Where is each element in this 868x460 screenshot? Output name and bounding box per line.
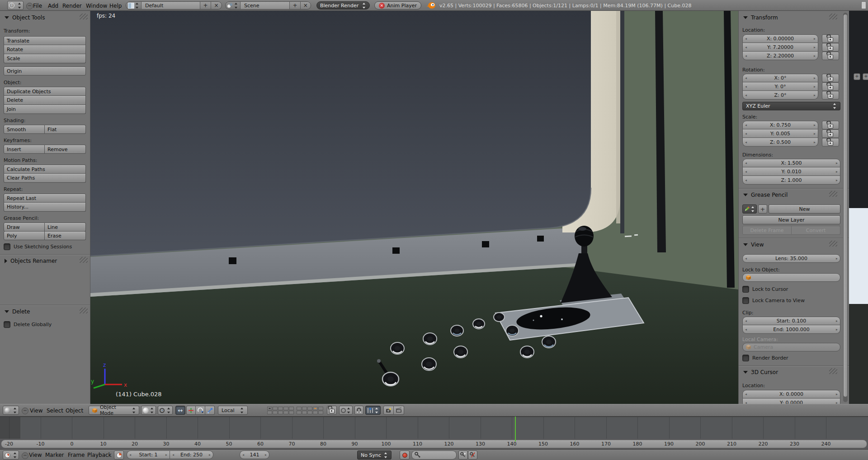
location-z-lock-button[interactable] bbox=[822, 52, 839, 60]
gp-line-button[interactable]: Line bbox=[45, 223, 86, 232]
editor-type-button[interactable]: i bbox=[7, 1, 24, 10]
gp-convert-button[interactable]: Convert bbox=[792, 226, 840, 235]
dimensions-y-field[interactable]: ◂Y: 0.010▸ bbox=[742, 167, 840, 176]
scale-z-field[interactable]: ◂Z: 0.500▸ bbox=[742, 138, 818, 147]
gp-delete-frame-button[interactable]: Delete Frame bbox=[742, 226, 792, 235]
layers-widget-group2[interactable] bbox=[297, 407, 323, 414]
screen-layout-name[interactable]: Default bbox=[142, 2, 200, 9]
transform-orientation-select[interactable]: Local bbox=[218, 406, 248, 415]
rotation-z-lock-button[interactable] bbox=[822, 91, 839, 100]
location-x-field[interactable]: ◂X: 0.00000▸ bbox=[742, 34, 818, 43]
screen-layout-icon-button[interactable] bbox=[126, 2, 142, 9]
lock-camera-to-view-checkbox[interactable]: Lock Camera to View bbox=[742, 297, 805, 304]
frame-start-field[interactable]: ◂Start: 1▸ bbox=[127, 451, 170, 459]
gp-draw-button[interactable]: Draw bbox=[4, 223, 45, 232]
translate-button[interactable]: Translate bbox=[4, 36, 86, 45]
rotation-mode-select[interactable]: XYZ Euler bbox=[742, 102, 840, 110]
manipulator-translate-button[interactable] bbox=[186, 406, 196, 415]
render-engine-select[interactable]: Blender Render bbox=[316, 1, 370, 9]
scene-add-button[interactable]: + bbox=[289, 2, 300, 9]
panel-header-transform[interactable]: Transform bbox=[743, 14, 778, 21]
opengl-animation-button[interactable] bbox=[394, 406, 404, 415]
insert-keyframe-button[interactable]: Insert bbox=[4, 145, 45, 154]
current-frame-field[interactable]: ◂141▸ bbox=[240, 451, 269, 459]
panel-header-objects-renamer[interactable]: Objects Renamer bbox=[5, 258, 57, 264]
timeline-ruler-track[interactable]: -20-100102030405060708090100110120130140… bbox=[0, 439, 868, 449]
header-collapse-button[interactable]: − bbox=[22, 408, 28, 414]
screen-layout-delete-button[interactable]: × bbox=[211, 2, 222, 9]
menu-object[interactable]: Object bbox=[66, 408, 83, 414]
rotation-y-lock-button[interactable] bbox=[822, 82, 839, 91]
clip-start-field[interactable]: ◂Start: 0.100▸ bbox=[742, 317, 840, 325]
menu-help[interactable]: Help bbox=[109, 3, 122, 9]
snap-toggle-button[interactable] bbox=[354, 406, 363, 415]
menu-frame[interactable]: Frame bbox=[68, 452, 85, 458]
sync-mode-select[interactable]: No Sync bbox=[357, 451, 392, 460]
rotation-x-field[interactable]: ◂X: 0°▸ bbox=[742, 74, 818, 82]
flat-button[interactable]: Flat bbox=[45, 125, 86, 134]
scene-delete-button[interactable]: × bbox=[300, 2, 311, 9]
menu-select[interactable]: Select bbox=[47, 408, 63, 414]
proportional-edit-select[interactable] bbox=[339, 406, 353, 415]
frame-end-field[interactable]: ◂End: 250▸ bbox=[170, 451, 213, 459]
location-y-lock-button[interactable] bbox=[822, 43, 839, 52]
history-button[interactable]: History... bbox=[4, 203, 86, 212]
scrollbar-thumb[interactable] bbox=[844, 14, 847, 397]
scale-x-lock-button[interactable] bbox=[822, 121, 839, 129]
join-button[interactable]: Join bbox=[4, 105, 86, 114]
mode-select[interactable]: Object Mode bbox=[89, 406, 139, 415]
location-y-field[interactable]: ◂Y: 7.20000▸ bbox=[742, 43, 818, 52]
anim-player-button[interactable]: × Anim Player bbox=[374, 1, 421, 9]
menu-view[interactable]: View bbox=[30, 408, 42, 414]
rotate-button[interactable]: Rotate bbox=[4, 45, 86, 54]
remove-keyframe-button[interactable]: Remove bbox=[45, 145, 86, 154]
rotation-y-field[interactable]: ◂Y: 0°▸ bbox=[742, 82, 818, 91]
manipulator-rotate-button[interactable] bbox=[196, 406, 205, 415]
timeline-playhead[interactable] bbox=[515, 417, 516, 441]
editor-type-button[interactable] bbox=[3, 406, 19, 415]
rotation-z-field[interactable]: ◂Z: 0°▸ bbox=[742, 91, 818, 100]
header-collapse-button[interactable]: − bbox=[26, 3, 33, 9]
duplicate-objects-button[interactable]: Duplicate Objects bbox=[4, 87, 86, 96]
lock-to-cursor-checkbox[interactable]: Lock to Cursor bbox=[742, 286, 788, 293]
dimensions-z-field[interactable]: ◂Z: 1.000▸ bbox=[742, 176, 840, 185]
location-z-field[interactable]: ◂Z: 2.20000▸ bbox=[742, 52, 818, 60]
header-collapse-button[interactable]: − bbox=[22, 452, 28, 459]
repeat-last-button[interactable]: Repeat Last bbox=[4, 194, 86, 203]
viewport-shading-select[interactable] bbox=[141, 406, 156, 415]
scene-name[interactable]: Scene bbox=[241, 2, 289, 9]
lock-to-object-field[interactable] bbox=[742, 273, 840, 282]
layers-widget-group1[interactable] bbox=[267, 407, 294, 414]
insert-keyframe-button[interactable] bbox=[458, 451, 468, 460]
calculate-paths-button[interactable]: Calculate Paths bbox=[4, 165, 86, 174]
gp-erase-button[interactable]: Erase bbox=[45, 231, 86, 240]
panel-header-view[interactable]: View bbox=[743, 242, 764, 248]
preview-range-button[interactable] bbox=[114, 451, 124, 460]
clear-paths-button[interactable]: Clear Paths bbox=[4, 174, 86, 183]
panel-header-delete[interactable]: Delete bbox=[5, 308, 30, 315]
menu-file[interactable]: File bbox=[33, 3, 42, 9]
smooth-button[interactable]: Smooth bbox=[4, 125, 45, 134]
viewport-canvas[interactable] bbox=[90, 11, 738, 404]
menu-view[interactable]: View bbox=[29, 452, 42, 458]
clip-end-field[interactable]: ◂End: 1000.000▸ bbox=[742, 325, 840, 334]
sliver-expand-button[interactable]: + bbox=[854, 73, 860, 80]
screen-layout-add-button[interactable]: + bbox=[200, 2, 211, 9]
scale-y-lock-button[interactable] bbox=[822, 129, 839, 138]
panel-scrollbar[interactable] bbox=[843, 13, 848, 402]
gp-poly-button[interactable]: Poly bbox=[4, 231, 45, 240]
delete-keyframe-button[interactable] bbox=[468, 451, 477, 460]
opengl-render-button[interactable] bbox=[383, 406, 394, 415]
menu-marker[interactable]: Marker bbox=[45, 452, 64, 458]
panel-header-grease-pencil[interactable]: Grease Pencil bbox=[743, 192, 788, 198]
keying-set-field[interactable] bbox=[411, 451, 457, 460]
gp-new-layer-button[interactable]: New Layer bbox=[742, 215, 840, 224]
render-border-checkbox[interactable]: Render Border bbox=[742, 355, 788, 361]
menu-playback[interactable]: Playback bbox=[87, 452, 112, 458]
rotation-x-lock-button[interactable] bbox=[822, 74, 839, 82]
panel-header-object-tools[interactable]: Object Tools bbox=[5, 14, 45, 21]
delete-globally-checkbox[interactable]: Delete Globally bbox=[4, 321, 52, 328]
menu-add[interactable]: Add bbox=[48, 3, 58, 9]
manipulator-scale-button[interactable] bbox=[205, 406, 215, 415]
pivot-point-select[interactable] bbox=[158, 406, 173, 415]
